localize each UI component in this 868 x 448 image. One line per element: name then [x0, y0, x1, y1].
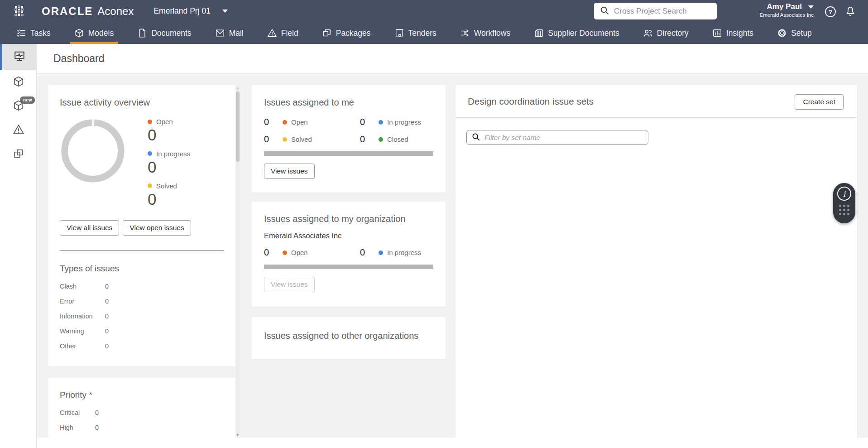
app-launcher-icon[interactable] [14, 5, 24, 18]
priority-list: Critical0 High0 Medium0 [60, 409, 224, 438]
tab-field[interactable]: Field [267, 22, 298, 44]
tab-label: Mail [229, 29, 244, 38]
oracle-logo: ORACLE [42, 5, 93, 18]
scroll-up-icon[interactable]: ▲ [235, 86, 240, 90]
notifications-bell-icon[interactable] [844, 5, 856, 19]
tab-label: Tenders [408, 29, 436, 38]
models-icon [74, 28, 84, 38]
tab-tasks[interactable]: Tasks [16, 22, 51, 44]
issue-activity-column: Issue activity overview Open 0 [48, 85, 240, 438]
overlapping-squares-icon [13, 148, 24, 161]
tab-insights[interactable]: Insights [712, 22, 753, 44]
setup-gear-icon [777, 28, 787, 38]
types-of-issues-list: Clash0 Error0 Information0 Warning0 Othe… [60, 283, 224, 350]
solved-dot-icon [148, 183, 152, 188]
warning-triangle-icon [13, 124, 24, 137]
counts-grid: 0Open 0In progress 0Solved 0Closed [264, 117, 433, 145]
organization-name: Emerald Associates Inc [264, 231, 433, 240]
tab-workflows[interactable]: Workflows [460, 22, 510, 44]
card-title: Issues assigned to me [264, 97, 433, 108]
tab-packages[interactable]: Packages [322, 22, 371, 44]
count-open: 0Open [264, 117, 360, 127]
view-open-issues-button[interactable]: View open issues [123, 220, 191, 236]
workflows-icon [460, 28, 470, 38]
tab-models[interactable]: Models [74, 22, 114, 44]
project-selector[interactable]: Emerland Prj 01 [153, 6, 227, 16]
filter-input[interactable] [484, 134, 643, 142]
tab-setup[interactable]: Setup [777, 22, 812, 44]
type-row: Error0 [60, 298, 224, 305]
open-dot-icon [148, 120, 152, 124]
scroll-down-icon[interactable]: ▼ [235, 433, 240, 437]
app-window: ORACLE Aconex Emerland Prj 01 Amy Paul E… [0, 0, 868, 448]
top-bar: ORACLE Aconex Emerland Prj 01 Amy Paul E… [0, 0, 868, 22]
open-count: 0 [148, 127, 190, 144]
view-issues-button-disabled[interactable]: View issues [264, 277, 315, 292]
count-closed: 0Closed [360, 134, 433, 145]
chevron-down-icon [808, 5, 814, 9]
create-set-button[interactable]: Create set [795, 94, 844, 110]
view-issues-button[interactable]: View issues [264, 164, 315, 179]
tenders-icon [394, 28, 404, 38]
in-progress-dot-icon [379, 120, 383, 125]
type-row: Information0 [60, 313, 224, 320]
sidebar-item-models[interactable] [0, 71, 37, 94]
priority-row: Critical0 [60, 409, 224, 416]
in-progress-count: 0 [148, 159, 190, 176]
user-name: Amy Paul [767, 2, 802, 11]
grid-dots-icon [839, 205, 849, 215]
divider [60, 250, 224, 251]
sidebar-item-overlays[interactable] [0, 143, 37, 166]
count-solved: 0Solved [264, 134, 360, 145]
sidebar-item-issues[interactable] [0, 119, 37, 142]
tab-supplier-documents[interactable]: Supplier Documents [534, 22, 619, 44]
search-input[interactable] [614, 7, 711, 16]
legend-open: Open 0 [148, 118, 190, 144]
tab-label: Packages [336, 29, 371, 38]
card-title: Issues assigned to my organization [264, 214, 433, 224]
progress-bar [264, 265, 433, 269]
count-in-progress: 0In progress [360, 117, 433, 127]
bottom-strip [37, 438, 868, 448]
product-name: Aconex [97, 5, 134, 18]
solved-dot-icon [283, 137, 287, 142]
priority-title: Priority * [60, 390, 224, 400]
solved-count: 0 [148, 191, 190, 208]
tab-label: Workflows [474, 29, 510, 38]
scrollbar-thumb[interactable] [236, 92, 240, 162]
tab-label: Field [281, 29, 298, 38]
info-assistant-widget[interactable]: i [833, 183, 855, 223]
supplier-documents-icon [534, 28, 544, 38]
priority-row: High0 [60, 424, 224, 431]
tab-mail[interactable]: Mail [215, 22, 244, 44]
closed-dot-icon [379, 137, 383, 142]
main-navigation: Tasks Models Documents Mail Field [0, 22, 868, 44]
user-menu[interactable]: Amy Paul Emerald Associates Inc [759, 2, 814, 18]
tab-directory[interactable]: Directory [643, 22, 689, 44]
tab-label: Tasks [30, 29, 51, 38]
issues-donut-chart [60, 118, 126, 214]
tasks-icon [16, 28, 26, 38]
tab-documents[interactable]: Documents [137, 22, 192, 44]
sidebar-item-models-new[interactable]: new [0, 95, 37, 118]
filter-set-search[interactable] [466, 130, 648, 145]
page-title: Dashboard [53, 53, 105, 65]
project-name: Emerland Prj 01 [153, 6, 210, 16]
view-all-issues-button[interactable]: View all issues [60, 220, 119, 236]
type-row: Warning0 [60, 328, 224, 335]
info-icon[interactable]: i [837, 187, 851, 201]
cross-project-search[interactable] [594, 3, 717, 19]
tab-tenders[interactable]: Tenders [394, 22, 436, 44]
count-open: 0Open [264, 247, 360, 258]
directory-icon [643, 28, 653, 38]
search-icon [471, 132, 480, 143]
issues-assigned-to-me-card: Issues assigned to me 0Open 0In progress… [252, 85, 446, 193]
search-icon [599, 5, 609, 17]
count-in-progress: 0In progress [360, 247, 433, 258]
open-dot-icon [283, 250, 287, 255]
cube-icon [13, 76, 24, 89]
column-scrollbar[interactable]: ▲ ▼ [236, 85, 240, 438]
packages-icon [322, 28, 332, 38]
help-icon[interactable]: ? [825, 6, 836, 19]
sidebar-item-dashboard[interactable] [0, 44, 37, 70]
